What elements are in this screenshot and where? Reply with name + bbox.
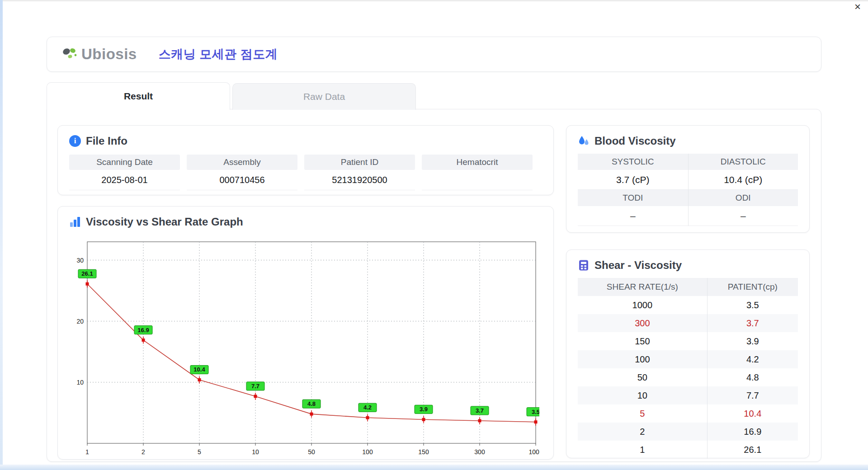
- shear-viscosity-header: Shear - Viscosity: [578, 259, 798, 272]
- ubiosis-logo: Ubiosis: [61, 45, 137, 63]
- sv-row-100: 1004.2: [578, 350, 798, 368]
- svg-text:10: 10: [252, 448, 259, 456]
- info-icon: i: [69, 135, 81, 147]
- sv-row-1: 126.1: [578, 441, 798, 459]
- bv-label-diastolic: DIASTOLIC: [688, 154, 798, 170]
- svg-text:1: 1: [85, 448, 89, 456]
- field-label-assembly: Assembly: [187, 155, 297, 170]
- field-scanning-date: Scanning Date2025-08-01: [69, 155, 180, 190]
- bar-chart-icon: [69, 216, 81, 228]
- sv-row-5: 510.4: [578, 404, 798, 423]
- tab-result[interactable]: Result: [47, 82, 230, 110]
- shear-viscosity-card: Shear - Viscosity SHEAR RATE(1/s)PATIENT…: [566, 249, 810, 458]
- svg-text:4.8: 4.8: [307, 400, 316, 407]
- svg-text:3.5: 3.5: [532, 409, 539, 415]
- viscosity-shear-chart: 1020301251050100150300100026.116.910.47.…: [69, 236, 539, 462]
- sv-patient-value: 7.7: [707, 386, 798, 404]
- graph-header: Viscosity vs Shear Rate Graph: [69, 216, 542, 228]
- file-info-card: i File Info Scanning Date2025-08-01Assem…: [57, 125, 554, 195]
- shear-viscosity-title: Shear - Viscosity: [594, 259, 682, 272]
- file-info-title: File Info: [86, 135, 127, 147]
- svg-text:300: 300: [474, 448, 485, 456]
- svg-text:3.7: 3.7: [476, 407, 484, 414]
- calculator-icon: [578, 259, 590, 271]
- sv-patient-value: 4.8: [707, 368, 798, 386]
- svg-text:10: 10: [76, 379, 84, 386]
- svg-text:100: 100: [362, 448, 373, 456]
- bv-value-diastolic: 10.4 (cP): [688, 170, 798, 190]
- bv-value-systolic: 3.7 (cP): [578, 170, 688, 190]
- field-value-scanning-date: 2025-08-01: [69, 170, 180, 190]
- bv-label-todi: TODI: [578, 190, 688, 206]
- field-label-hematocrit: Hematocrit: [422, 155, 533, 170]
- sv-shear-value: 10: [578, 386, 707, 404]
- sv-column-shear-rate-1-s: SHEAR RATE(1/s): [578, 278, 707, 296]
- graph-title: Viscosity vs Shear Rate Graph: [86, 216, 243, 228]
- svg-text:5: 5: [198, 448, 201, 456]
- sv-shear-value: 150: [578, 332, 707, 350]
- sv-row-50: 504.8: [578, 368, 798, 386]
- blood-viscosity-title: Blood Viscosity: [594, 135, 676, 147]
- droplet-icon: [578, 135, 590, 147]
- field-value-hematocrit: [422, 170, 533, 190]
- sv-patient-value: 26.1: [707, 441, 798, 459]
- svg-text:16.9: 16.9: [137, 327, 149, 334]
- sv-row-10: 107.7: [578, 386, 798, 404]
- bv-value-todi: –: [578, 206, 688, 226]
- svg-text:10.4: 10.4: [193, 366, 205, 373]
- blood-viscosity-header: Blood Viscosity: [578, 135, 798, 147]
- blood-viscosity-card: Blood Viscosity SYSTOLICDIASTOLIC3.7 (cP…: [566, 125, 810, 233]
- ubiosis-logo-icon: [61, 45, 79, 63]
- sv-shear-value: 50: [578, 368, 707, 386]
- desktop-bottom-strip: [0, 465, 868, 470]
- desktop-left-strip: [0, 0, 3, 470]
- app-header: Ubiosis 스캐닝 모세관 점도계: [47, 37, 821, 72]
- chart-area: 1020301251050100150300100026.116.910.47.…: [69, 236, 542, 464]
- sv-row-2: 216.9: [578, 423, 798, 441]
- window-top-edge: [0, 0, 868, 1]
- tab-raw-data[interactable]: Raw Data: [232, 83, 416, 110]
- sv-patient-value: 3.5: [707, 296, 798, 314]
- field-assembly: Assembly000710456: [187, 155, 297, 190]
- field-label-patient-id: Patient ID: [304, 155, 415, 170]
- file-info-header: i File Info: [69, 135, 542, 147]
- sv-row-300: 3003.7: [578, 314, 798, 332]
- sv-shear-value: 5: [578, 404, 707, 423]
- svg-text:7.7: 7.7: [251, 383, 259, 390]
- sv-patient-value: 3.9: [707, 332, 798, 350]
- svg-text:4.2: 4.2: [363, 404, 372, 411]
- sv-shear-value: 2: [578, 423, 707, 441]
- graph-card: Viscosity vs Shear Rate Graph 1020301251…: [57, 206, 554, 460]
- sv-patient-value: 4.2: [707, 350, 798, 368]
- svg-text:3.9: 3.9: [420, 406, 428, 413]
- sv-shear-value: 100: [578, 350, 707, 368]
- blood-viscosity-grid: SYSTOLICDIASTOLIC3.7 (cP)10.4 (cP)TODIOD…: [578, 154, 798, 226]
- svg-text:50: 50: [308, 448, 315, 456]
- shear-viscosity-table: SHEAR RATE(1/s)PATIENT(cp) 10003.53003.7…: [578, 278, 798, 459]
- sv-column-patient-cp: PATIENT(cp): [707, 278, 798, 296]
- file-info-fields: Scanning Date2025-08-01Assembly000710456…: [69, 155, 542, 190]
- sv-patient-value: 3.7: [707, 314, 798, 332]
- svg-text:150: 150: [418, 448, 429, 456]
- sv-patient-value: 10.4: [707, 404, 798, 423]
- sv-shear-value: 300: [578, 314, 707, 332]
- svg-text:26.1: 26.1: [81, 270, 93, 277]
- bv-value-odi: –: [688, 206, 798, 226]
- logo-text: Ubiosis: [81, 46, 137, 63]
- app-title-korean: 스캐닝 모세관 점도계: [159, 46, 278, 62]
- result-panel: i File Info Scanning Date2025-08-01Assem…: [47, 109, 821, 462]
- field-hematocrit: Hematocrit: [422, 155, 533, 190]
- bv-label-odi: ODI: [688, 190, 798, 206]
- bv-label-systolic: SYSTOLIC: [578, 154, 688, 170]
- field-value-assembly: 000710456: [187, 170, 297, 190]
- svg-text:1000: 1000: [528, 448, 539, 456]
- svg-text:20: 20: [76, 318, 84, 325]
- sv-shear-value: 1000: [578, 296, 707, 314]
- window-close-button[interactable]: ×: [852, 0, 863, 13]
- svg-text:30: 30: [76, 257, 84, 264]
- svg-text:2: 2: [142, 448, 145, 456]
- field-label-scanning-date: Scanning Date: [69, 155, 180, 170]
- sv-shear-value: 1: [578, 441, 707, 459]
- sv-row-1000: 10003.5: [578, 296, 798, 314]
- field-value-patient-id: 52131920500: [304, 170, 415, 190]
